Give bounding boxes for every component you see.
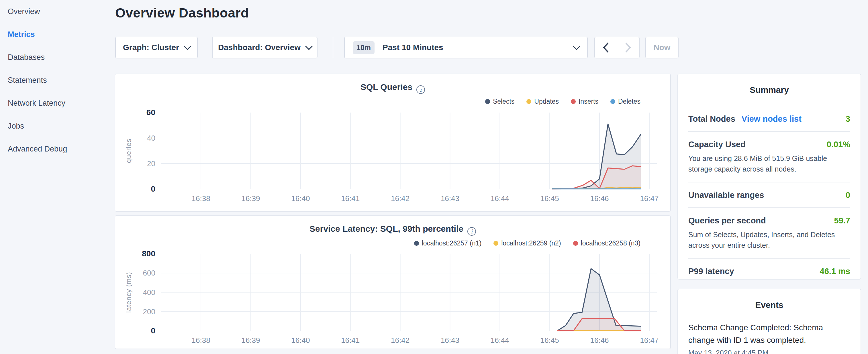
chevron-left-icon (602, 42, 610, 53)
db-console-page: Overview Metrics Databases Statements Ne… (0, 0, 868, 354)
y-tick-label: 0 (151, 185, 155, 193)
x-tick-label: 16:38 (192, 336, 210, 345)
summary-row-p99-latency: P99 latency 46.1 ms (688, 259, 850, 284)
sidebar-item-network-latency[interactable]: Network Latency (0, 92, 115, 115)
sidebar: Overview Metrics Databases Statements Ne… (0, 0, 115, 354)
now-button[interactable]: Now (645, 37, 679, 58)
summary-value: 3 (846, 114, 850, 124)
y-tick-label: 400 (143, 288, 155, 297)
y-tick-label: 60 (147, 108, 155, 117)
y-axis-label: queries (125, 139, 132, 163)
time-nav-group (594, 37, 640, 58)
events-title: Events (678, 300, 861, 310)
chevron-down-icon (184, 43, 191, 50)
service-latency-plot: 16:3816:3916:4016:4116:4216:4316:4416:45… (115, 216, 670, 348)
x-tick-label: 16:39 (241, 336, 260, 345)
x-tick-label: 16:46 (590, 194, 609, 203)
y-axis-label: latency (ms) (125, 272, 132, 313)
x-tick-label: 16:44 (491, 194, 509, 203)
time-range-label: Past 10 Minutes (382, 43, 574, 52)
chevron-down-icon (305, 43, 312, 50)
x-tick-label: 16:46 (590, 336, 609, 345)
summary-value: 59.7 (834, 216, 850, 225)
x-tick-label: 16:44 (491, 336, 509, 345)
summary-value: 46.1 ms (820, 267, 850, 276)
summary-subtext: Sum of Selects, Updates, Inserts, and De… (688, 229, 843, 251)
summary-row-total-nodes: Total Nodes View nodes list 3 (688, 106, 850, 132)
summary-subtext: You are using 28.6 MiB of 515.9 GiB usab… (688, 153, 843, 174)
time-prev-button[interactable] (594, 37, 617, 58)
x-tick-label: 16:39 (241, 194, 260, 203)
x-tick-label: 16:43 (441, 336, 459, 345)
sidebar-item-databases[interactable]: Databases (0, 46, 115, 69)
service-latency-chart-card: Service Latency: SQL, 99th percentilei l… (115, 215, 671, 349)
x-tick-label: 16:42 (391, 194, 409, 203)
dashboard-dropdown-label: Dashboard: Overview (218, 43, 301, 52)
sql-queries-chart-card: SQL Queriesi Selects Updates Inserts Del… (115, 74, 671, 212)
x-tick-label: 16:40 (291, 194, 310, 203)
summary-value: 0 (846, 190, 850, 200)
chevron-down-icon (573, 43, 580, 50)
time-next-button[interactable] (617, 37, 640, 58)
summary-label: Queries per second (688, 216, 766, 225)
x-tick-label: 16:41 (341, 336, 360, 345)
chevron-right-icon (624, 42, 632, 53)
sidebar-item-advanced-debug[interactable]: Advanced Debug (0, 137, 115, 160)
events-panel: Events Schema Change Completed: Schema c… (677, 289, 861, 354)
summary-label: P99 latency (688, 267, 734, 276)
x-tick-label: 16:38 (192, 194, 210, 203)
sql-queries-plot: 16:3816:3916:4016:4116:4216:4316:4416:45… (115, 74, 670, 211)
summary-label: Total Nodes (688, 114, 735, 124)
dashboard-dropdown[interactable]: Dashboard: Overview (212, 37, 317, 58)
time-range-selector[interactable]: 10m Past 10 Minutes (344, 37, 588, 58)
x-tick-label: 16:45 (540, 336, 559, 345)
sidebar-item-metrics[interactable]: Metrics (0, 23, 115, 46)
summary-row-capacity-used: Capacity Used 0.01% You are using 28.6 M… (688, 132, 850, 183)
event-item: Schema Change Completed: Schema change w… (688, 321, 826, 347)
x-tick-label: 16:47 (640, 336, 658, 345)
y-tick-label: 800 (142, 249, 155, 258)
x-tick-label: 16:43 (441, 194, 459, 203)
summary-row-unavailable-ranges: Unavailable ranges 0 (688, 183, 850, 208)
summary-label: Capacity Used (688, 140, 746, 149)
y-tick-label: 600 (143, 269, 155, 277)
summary-label: Unavailable ranges (688, 190, 764, 200)
x-tick-label: 16:47 (640, 194, 658, 203)
x-tick-label: 16:42 (391, 336, 409, 345)
controls-divider (333, 37, 333, 58)
x-tick-label: 16:40 (291, 336, 310, 345)
y-tick-label: 20 (147, 159, 155, 168)
summary-title: Summary (688, 85, 850, 95)
summary-row-queries-per-second: Queries per second 59.7 Sum of Selects, … (688, 208, 850, 259)
x-tick-label: 16:41 (341, 194, 360, 203)
graph-dropdown-label: Graph: Cluster (123, 43, 179, 52)
view-nodes-list-link[interactable]: View nodes list (742, 114, 802, 124)
y-tick-label: 200 (143, 307, 155, 316)
page-title: Overview Dashboard (115, 5, 249, 21)
event-timestamp: May 13, 2020 at 4:45 PM (688, 349, 850, 354)
sidebar-item-jobs[interactable]: Jobs (0, 115, 115, 137)
y-tick-label: 0 (151, 326, 155, 335)
summary-panel: Summary Total Nodes View nodes list 3 Ca… (677, 74, 861, 280)
sidebar-item-overview[interactable]: Overview (0, 0, 115, 23)
graph-dropdown[interactable]: Graph: Cluster (115, 37, 198, 58)
y-tick-label: 40 (147, 134, 155, 142)
x-tick-label: 16:45 (540, 194, 559, 203)
time-range-badge: 10m (353, 41, 375, 54)
sidebar-item-statements[interactable]: Statements (0, 69, 115, 92)
summary-value: 0.01% (827, 140, 850, 149)
